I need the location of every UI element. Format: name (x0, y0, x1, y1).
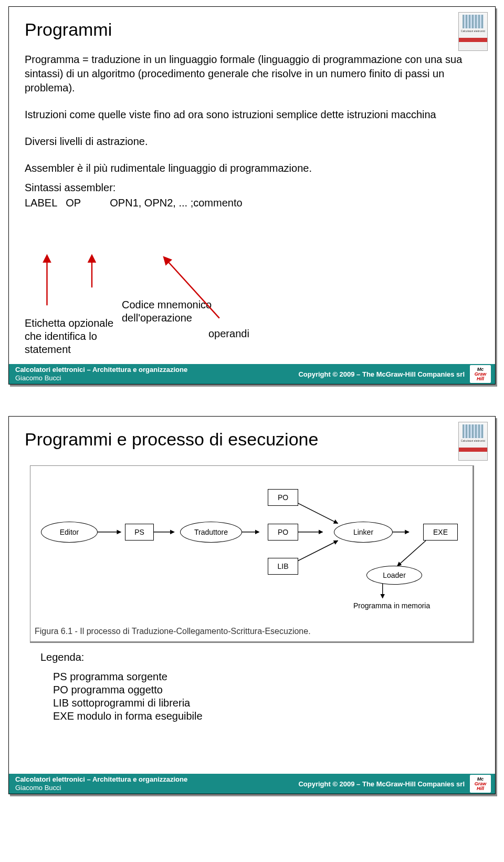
mcgraw-hill-logo-icon: McGrawHill (470, 775, 491, 793)
node-lib: LIB (268, 558, 298, 575)
slide2-footer: Calcolatori elettronici – Architettura e… (9, 774, 495, 794)
diagram-arrows-svg (30, 466, 472, 624)
legend-item: PS programma sorgente (53, 671, 464, 683)
annotation-operandi: operandi (208, 327, 249, 340)
annotation-etichetta: Etichetta opzionale che identifica lo st… (25, 317, 113, 356)
node-linker: Linker (334, 522, 393, 543)
footer-line2: Giacomo Bucci (15, 374, 61, 382)
annotation-mnemonico: Codice mnemonico dell'operazione (122, 298, 212, 325)
svg-line-10 (397, 541, 426, 566)
node-po-top: PO (268, 489, 298, 506)
node-exe: EXE (423, 524, 458, 541)
diagram: Editor PS Traduttore PO PO LIB Linker EX… (30, 466, 472, 624)
node-ps: PS (125, 524, 154, 541)
legend-title: Legenda: (40, 651, 464, 663)
slide1-footer: Calcolatori elettronici – Architettura e… (9, 364, 495, 384)
legend-item: EXE modulo in forma eseguibile (53, 710, 464, 722)
slide1-p5: Sintassi assembler: (25, 181, 479, 195)
book-thumb-icon: Calcolatori elettronici (458, 422, 488, 461)
node-memoria: Programma in memoria (353, 601, 430, 610)
node-po-mid: PO (268, 524, 298, 541)
slide2-title: Programmi e processo di esecuzione (25, 429, 479, 450)
footer-copyright: Copyright © 2009 – The McGraw-Hill Compa… (298, 780, 465, 788)
legend-item: LIB sottoprogrammi di libreria (53, 697, 464, 709)
legend: Legenda: PS programma sorgente PO progra… (40, 651, 464, 722)
slide1-syntax: LABEL OP OPN1, OPN2, ... ;commento (25, 196, 479, 210)
node-editor: Editor (41, 522, 98, 543)
node-loader: Loader (366, 566, 422, 585)
footer-copyright: Copyright © 2009 – The McGraw-Hill Compa… (298, 370, 465, 378)
slide1-p2: Istruzioni come quelle viste fino ad ora… (25, 108, 479, 122)
diagram-box: Editor PS Traduttore PO PO LIB Linker EX… (30, 465, 474, 643)
slide1-p4: Assembler è il più rudimentale linguaggi… (25, 161, 479, 175)
slide-programmi: Calcolatori elettronici Programmi Progra… (8, 6, 496, 385)
legend-item: PO programma oggetto (53, 684, 464, 696)
footer-line1: Calcolatori elettronici – Architettura e… (15, 775, 187, 783)
figure-caption: Figura 6.1 - Il processo di Traduzione-C… (30, 624, 472, 641)
footer-line2: Giacomo Bucci (15, 784, 61, 792)
book-thumb-icon: Calcolatori elettronici (458, 12, 488, 51)
node-traduttore: Traduttore (180, 522, 242, 543)
slide-processo: Calcolatori elettronici Programmi e proc… (8, 416, 496, 794)
slide1-p1: Programma = traduzione in un linguaggio … (25, 53, 479, 95)
footer-line1: Calcolatori elettronici – Architettura e… (15, 366, 187, 373)
slide1-title: Programmi (25, 19, 479, 40)
slide1-p3: Diversi livelli di astrazione. (25, 134, 479, 149)
mcgraw-hill-logo-icon: McGrawHill (470, 365, 491, 383)
